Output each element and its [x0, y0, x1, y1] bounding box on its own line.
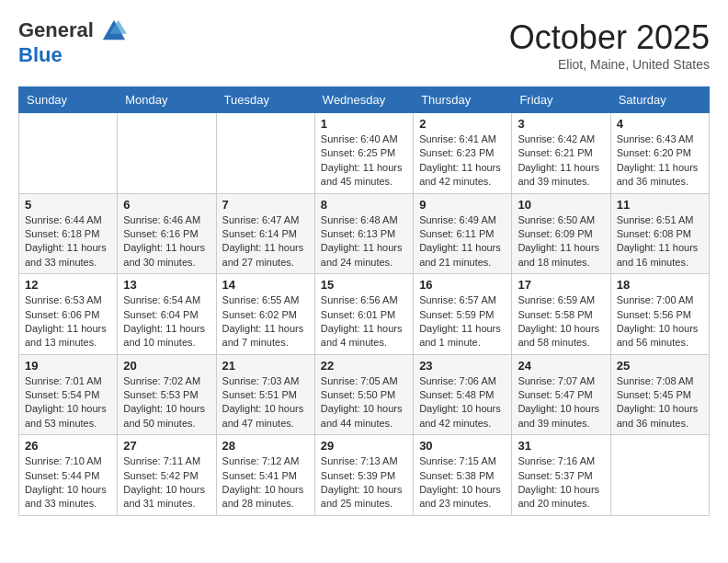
title-block: October 2025 Eliot, Maine, United States — [509, 18, 710, 72]
calendar-cell: 29Sunrise: 7:13 AMSunset: 5:39 PMDayligh… — [314, 435, 413, 516]
calendar-cell: 23Sunrise: 7:06 AMSunset: 5:48 PMDayligh… — [414, 354, 512, 435]
page-header: General Blue October 2025 Eliot, Maine, … — [18, 18, 710, 72]
calendar-cell: 4Sunrise: 6:43 AMSunset: 6:20 PMDaylight… — [610, 113, 709, 194]
day-detail: Sunrise: 6:51 AMSunset: 6:08 PMDaylight:… — [617, 213, 703, 270]
calendar-week-row: 26Sunrise: 7:10 AMSunset: 5:44 PMDayligh… — [19, 435, 710, 516]
calendar-cell: 31Sunrise: 7:16 AMSunset: 5:37 PMDayligh… — [512, 435, 610, 516]
calendar-cell: 22Sunrise: 7:05 AMSunset: 5:50 PMDayligh… — [314, 354, 413, 435]
day-number: 13 — [123, 278, 210, 292]
day-number: 21 — [222, 359, 309, 373]
calendar-cell: 13Sunrise: 6:54 AMSunset: 6:04 PMDayligh… — [118, 274, 216, 355]
calendar-cell — [19, 113, 118, 194]
location: Eliot, Maine, United States — [509, 57, 710, 72]
calendar-cell: 3Sunrise: 6:42 AMSunset: 6:21 PMDaylight… — [512, 113, 610, 194]
calendar-cell: 26Sunrise: 7:10 AMSunset: 5:44 PMDayligh… — [19, 435, 118, 516]
day-number: 2 — [419, 117, 506, 131]
day-number: 16 — [419, 278, 506, 292]
calendar-table: SundayMondayTuesdayWednesdayThursdayFrid… — [18, 86, 710, 516]
calendar-cell: 30Sunrise: 7:15 AMSunset: 5:38 PMDayligh… — [414, 435, 512, 516]
weekday-header-tuesday: Tuesday — [216, 87, 314, 113]
day-number: 4 — [617, 117, 703, 131]
day-number: 1 — [321, 117, 407, 131]
day-number: 23 — [419, 359, 506, 373]
calendar-cell: 2Sunrise: 6:41 AMSunset: 6:23 PMDaylight… — [414, 113, 512, 194]
day-detail: Sunrise: 6:49 AMSunset: 6:11 PMDaylight:… — [419, 213, 506, 270]
day-number: 15 — [321, 278, 407, 292]
day-number: 28 — [222, 439, 309, 453]
weekday-header-wednesday: Wednesday — [314, 87, 413, 113]
calendar-cell: 11Sunrise: 6:51 AMSunset: 6:08 PMDayligh… — [610, 193, 709, 274]
calendar-cell: 7Sunrise: 6:47 AMSunset: 6:14 PMDaylight… — [216, 193, 314, 274]
day-detail: Sunrise: 7:01 AMSunset: 5:54 PMDaylight:… — [25, 374, 111, 431]
day-detail: Sunrise: 7:07 AMSunset: 5:47 PMDaylight:… — [518, 374, 604, 431]
day-number: 7 — [222, 198, 309, 212]
day-detail: Sunrise: 6:56 AMSunset: 6:01 PMDaylight:… — [321, 293, 407, 350]
day-number: 29 — [321, 439, 407, 453]
day-number: 31 — [518, 439, 604, 453]
calendar-week-row: 1Sunrise: 6:40 AMSunset: 6:25 PMDaylight… — [19, 113, 710, 194]
calendar-cell: 9Sunrise: 6:49 AMSunset: 6:11 PMDaylight… — [414, 193, 512, 274]
day-detail: Sunrise: 6:47 AMSunset: 6:14 PMDaylight:… — [222, 213, 309, 270]
day-number: 20 — [123, 359, 210, 373]
day-detail: Sunrise: 6:57 AMSunset: 5:59 PMDaylight:… — [419, 293, 506, 350]
day-number: 17 — [518, 278, 604, 292]
logo-blue: Blue — [18, 44, 63, 66]
day-detail: Sunrise: 7:05 AMSunset: 5:50 PMDaylight:… — [321, 374, 407, 431]
day-number: 27 — [123, 439, 210, 453]
day-number: 14 — [222, 278, 309, 292]
day-number: 6 — [123, 198, 210, 212]
calendar-cell: 24Sunrise: 7:07 AMSunset: 5:47 PMDayligh… — [512, 354, 610, 435]
day-detail: Sunrise: 7:00 AMSunset: 5:56 PMDaylight:… — [617, 293, 703, 350]
day-number: 5 — [25, 198, 111, 212]
calendar-cell: 12Sunrise: 6:53 AMSunset: 6:06 PMDayligh… — [19, 274, 118, 355]
day-number: 10 — [518, 198, 604, 212]
calendar-cell: 20Sunrise: 7:02 AMSunset: 5:53 PMDayligh… — [118, 354, 216, 435]
calendar-cell: 6Sunrise: 6:46 AMSunset: 6:16 PMDaylight… — [118, 193, 216, 274]
weekday-header-friday: Friday — [512, 87, 610, 113]
calendar-cell: 10Sunrise: 6:50 AMSunset: 6:09 PMDayligh… — [512, 193, 610, 274]
calendar-week-row: 12Sunrise: 6:53 AMSunset: 6:06 PMDayligh… — [19, 274, 710, 355]
calendar-cell: 28Sunrise: 7:12 AMSunset: 5:41 PMDayligh… — [216, 435, 314, 516]
calendar-cell: 15Sunrise: 6:56 AMSunset: 6:01 PMDayligh… — [314, 274, 413, 355]
weekday-header-sunday: Sunday — [19, 87, 118, 113]
day-detail: Sunrise: 6:44 AMSunset: 6:18 PMDaylight:… — [25, 213, 111, 270]
weekday-header-monday: Monday — [118, 87, 216, 113]
day-detail: Sunrise: 6:53 AMSunset: 6:06 PMDaylight:… — [25, 293, 111, 350]
calendar-cell: 16Sunrise: 6:57 AMSunset: 5:59 PMDayligh… — [414, 274, 512, 355]
calendar-cell: 17Sunrise: 6:59 AMSunset: 5:58 PMDayligh… — [512, 274, 610, 355]
logo: General Blue — [18, 18, 127, 66]
day-detail: Sunrise: 7:02 AMSunset: 5:53 PMDaylight:… — [123, 374, 210, 431]
day-number: 12 — [25, 278, 111, 292]
day-detail: Sunrise: 7:16 AMSunset: 5:37 PMDaylight:… — [518, 454, 604, 511]
day-number: 11 — [617, 198, 703, 212]
calendar-cell — [610, 435, 709, 516]
calendar-cell: 5Sunrise: 6:44 AMSunset: 6:18 PMDaylight… — [19, 193, 118, 274]
logo-general: General — [18, 18, 94, 41]
day-number: 26 — [25, 439, 111, 453]
day-number: 24 — [518, 359, 604, 373]
day-detail: Sunrise: 6:50 AMSunset: 6:09 PMDaylight:… — [518, 213, 604, 270]
day-number: 22 — [321, 359, 407, 373]
day-detail: Sunrise: 6:43 AMSunset: 6:20 PMDaylight:… — [617, 132, 703, 190]
day-detail: Sunrise: 6:54 AMSunset: 6:04 PMDaylight:… — [123, 293, 210, 350]
day-detail: Sunrise: 6:59 AMSunset: 5:58 PMDaylight:… — [518, 293, 604, 350]
month-title: October 2025 — [509, 18, 710, 57]
day-detail: Sunrise: 7:11 AMSunset: 5:42 PMDaylight:… — [123, 454, 210, 511]
day-detail: Sunrise: 7:15 AMSunset: 5:38 PMDaylight:… — [419, 454, 506, 511]
day-number: 8 — [321, 198, 407, 212]
calendar-cell: 14Sunrise: 6:55 AMSunset: 6:02 PMDayligh… — [216, 274, 314, 355]
weekday-header-row: SundayMondayTuesdayWednesdayThursdayFrid… — [19, 87, 710, 113]
calendar-cell: 18Sunrise: 7:00 AMSunset: 5:56 PMDayligh… — [610, 274, 709, 355]
day-number: 3 — [518, 117, 604, 131]
day-detail: Sunrise: 7:06 AMSunset: 5:48 PMDaylight:… — [419, 374, 506, 431]
calendar-week-row: 19Sunrise: 7:01 AMSunset: 5:54 PMDayligh… — [19, 354, 710, 435]
calendar-cell — [216, 113, 314, 194]
day-detail: Sunrise: 6:48 AMSunset: 6:13 PMDaylight:… — [321, 213, 407, 270]
calendar-cell: 21Sunrise: 7:03 AMSunset: 5:51 PMDayligh… — [216, 354, 314, 435]
day-detail: Sunrise: 6:55 AMSunset: 6:02 PMDaylight:… — [222, 293, 309, 350]
day-detail: Sunrise: 6:40 AMSunset: 6:25 PMDaylight:… — [321, 132, 407, 190]
day-detail: Sunrise: 6:46 AMSunset: 6:16 PMDaylight:… — [123, 213, 210, 270]
day-detail: Sunrise: 6:41 AMSunset: 6:23 PMDaylight:… — [419, 132, 506, 190]
calendar-cell: 25Sunrise: 7:08 AMSunset: 5:45 PMDayligh… — [610, 354, 709, 435]
day-number: 30 — [419, 439, 506, 453]
